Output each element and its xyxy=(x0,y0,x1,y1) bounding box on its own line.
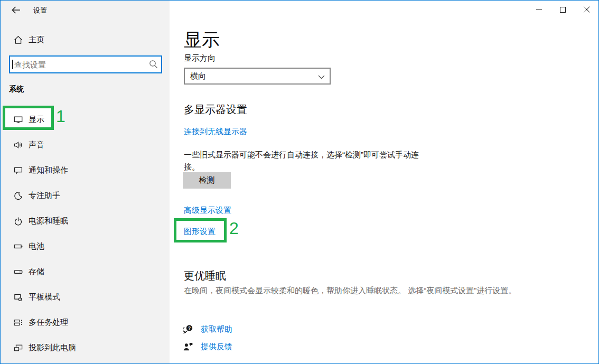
night-light-heading: 更优睡眠 xyxy=(184,269,226,283)
minimize-button[interactable] xyxy=(527,1,551,18)
section-header-system: 系统 xyxy=(9,85,24,94)
feedback-label: 提供反馈 xyxy=(201,342,232,352)
main-pane: 显示 显示方向 横向 多显示器设置 连接到无线显示器 一些旧式显示器可能不会进行… xyxy=(170,1,598,363)
get-help-label: 获取帮助 xyxy=(201,324,232,334)
night-light-description: 在晚间，夜间模式会显示较柔和的暖色，帮助你进入睡眠状态。 选择“夜间模式设置”进… xyxy=(184,286,516,296)
feedback-icon xyxy=(183,341,193,352)
minimize-icon xyxy=(536,7,542,13)
graphics-settings-link[interactable]: 图形设置 xyxy=(184,227,216,237)
sidebar-item-focus-assist[interactable]: 专注助手 xyxy=(1,183,170,208)
detect-description: 一些旧式显示器可能不会进行自动连接，选择“检测”即可尝试手动连 接。 xyxy=(184,148,419,173)
home-icon xyxy=(14,35,23,44)
close-button[interactable] xyxy=(575,1,598,18)
multi-display-heading: 多显示器设置 xyxy=(184,102,247,117)
sidebar-nav: 显示 声音 通知和操作 专注助手 xyxy=(1,107,170,360)
sidebar: 设置 主页 系统 1 显示 xyxy=(1,1,170,363)
power-icon xyxy=(14,217,23,226)
orientation-value: 横向 xyxy=(190,71,206,81)
sidebar-item-label: 主页 xyxy=(29,35,44,45)
sidebar-item-storage[interactable]: 存储 xyxy=(1,259,170,284)
feedback-link[interactable]: 提供反馈 xyxy=(183,340,232,353)
sidebar-item-label: 电池 xyxy=(29,241,44,251)
wireless-display-link[interactable]: 连接到无线显示器 xyxy=(184,127,247,137)
sidebar-item-sound[interactable]: 声音 xyxy=(1,132,170,157)
annotation-step-1-number: 1 xyxy=(56,107,65,126)
sidebar-item-display[interactable]: 显示 xyxy=(1,107,170,132)
sidebar-item-label: 平板模式 xyxy=(29,292,60,302)
app-title: 设置 xyxy=(33,6,47,15)
get-help-link[interactable]: ? 获取帮助 xyxy=(183,323,232,335)
multitasking-icon xyxy=(14,318,23,327)
sidebar-item-label: 通知和操作 xyxy=(29,165,68,175)
sidebar-item-tablet-mode[interactable]: 平板模式 xyxy=(1,284,170,310)
back-button[interactable] xyxy=(8,4,23,16)
sidebar-item-power-sleep[interactable]: 电源和睡眠 xyxy=(1,208,170,234)
sidebar-item-label: 声音 xyxy=(29,140,44,150)
sound-icon xyxy=(14,141,23,150)
get-help-icon: ? xyxy=(183,324,193,334)
orientation-label: 显示方向 xyxy=(184,53,216,63)
focus-assist-icon xyxy=(14,191,23,200)
display-icon xyxy=(14,115,23,124)
notifications-icon xyxy=(14,166,23,175)
storage-icon xyxy=(14,267,23,276)
search-input[interactable] xyxy=(9,55,162,73)
sidebar-item-label: 投影到此电脑 xyxy=(29,343,76,353)
sidebar-item-label: 电源和睡眠 xyxy=(29,216,68,226)
page-title: 显示 xyxy=(184,28,220,52)
annotation-step-2-number: 2 xyxy=(229,219,239,238)
orientation-dropdown[interactable]: 横向 xyxy=(184,68,331,85)
sidebar-item-notifications[interactable]: 通知和操作 xyxy=(1,157,170,183)
battery-icon xyxy=(14,242,23,251)
project-to-pc-icon xyxy=(14,343,23,352)
sidebar-item-projecting[interactable]: 投影到此电脑 xyxy=(1,335,170,360)
sidebar-item-home[interactable]: 主页 xyxy=(1,32,170,47)
advanced-display-link[interactable]: 高级显示设置 xyxy=(184,206,231,216)
sidebar-item-label: 专注助手 xyxy=(29,191,60,201)
tablet-mode-icon xyxy=(14,293,23,302)
settings-window: 设置 主页 系统 1 显示 xyxy=(0,0,599,364)
sidebar-item-multitasking[interactable]: 多任务处理 xyxy=(1,310,170,335)
window-controls xyxy=(527,1,598,18)
sidebar-item-label: 存储 xyxy=(29,267,44,277)
maximize-button[interactable] xyxy=(551,1,575,18)
maximize-icon xyxy=(560,7,566,13)
sidebar-item-battery[interactable]: 电池 xyxy=(1,234,170,259)
search-box[interactable] xyxy=(9,55,162,73)
close-icon xyxy=(584,6,590,13)
detect-button[interactable]: 检测 xyxy=(183,172,231,189)
search-icon[interactable] xyxy=(149,60,158,69)
chevron-down-icon xyxy=(318,75,325,79)
text-caret xyxy=(12,60,13,69)
back-arrow-icon xyxy=(12,6,21,14)
sidebar-item-label: 多任务处理 xyxy=(29,318,68,328)
svg-text:?: ? xyxy=(188,325,191,331)
sidebar-item-label: 显示 xyxy=(29,115,44,125)
